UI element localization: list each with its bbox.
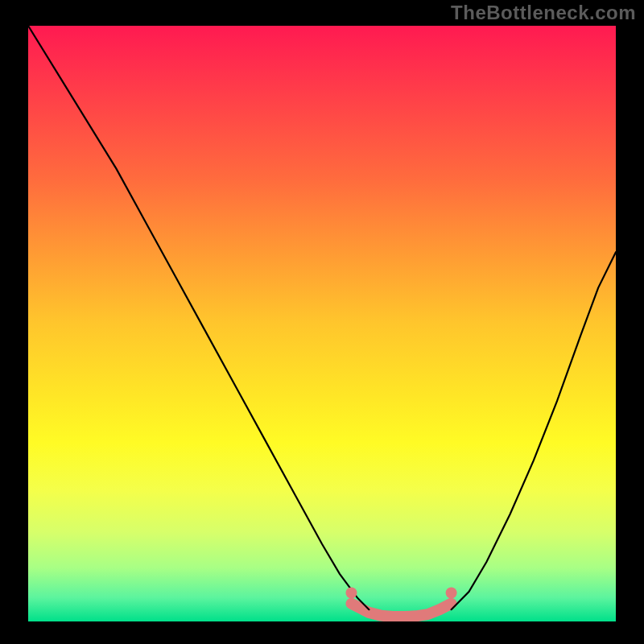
band-dot bbox=[346, 587, 357, 598]
right-curve-group bbox=[452, 252, 616, 609]
band-dots-group bbox=[346, 587, 457, 598]
left-curve-group bbox=[28, 26, 369, 609]
plot-area bbox=[28, 26, 616, 621]
watermark-label: TheBottleneck.com bbox=[451, 2, 636, 24]
chart-frame: TheBottleneck.com bbox=[0, 0, 644, 644]
curves-svg bbox=[28, 26, 616, 621]
band-dot bbox=[446, 587, 457, 598]
right-curve-path bbox=[452, 252, 616, 609]
bottom-band-path bbox=[352, 604, 452, 617]
bottom-band-group bbox=[352, 604, 452, 617]
left-curve-path bbox=[28, 26, 369, 609]
